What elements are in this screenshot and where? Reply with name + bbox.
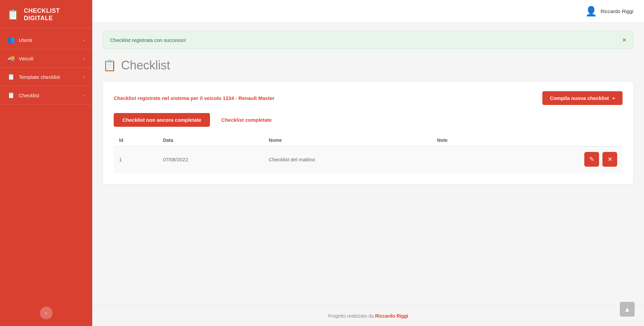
table-row: 1 07/08/2022 Checklist del mattino ✎	[114, 147, 623, 172]
new-checklist-button[interactable]: Compila nuova checklist +	[542, 91, 623, 105]
chevron-right-icon: ›	[84, 38, 85, 43]
row-id: 1	[114, 147, 158, 172]
card-subtitle: Checklist registrate nel sistema per il …	[114, 95, 274, 101]
chevron-right-icon-2: ›	[84, 56, 85, 61]
page-title: Checklist	[121, 58, 170, 72]
scroll-top-button[interactable]: ▲	[620, 302, 635, 317]
sidebar-collapse-button[interactable]: ‹	[40, 307, 53, 319]
sidebar-item-veicoli[interactable]: 🚚 Veicoli ›	[0, 49, 92, 68]
col-note: Note	[432, 134, 494, 147]
chevron-right-icon-3: ›	[84, 74, 85, 79]
tab-incomplete[interactable]: Checklist non ancora completate	[114, 113, 210, 127]
sidebar-item-checklist-label: Checklist	[19, 93, 39, 98]
edit-icon: ✎	[589, 156, 594, 163]
table-body: 1 07/08/2022 Checklist del mattino ✎	[114, 147, 623, 172]
sidebar-item-template-label: Template checklist	[19, 74, 60, 80]
template-icon: 📋	[7, 73, 15, 80]
sidebar-item-utenti[interactable]: 👥 Utenti ›	[0, 31, 92, 49]
sidebar-nav: 👥 Utenti › 🚚 Veicoli › 📋 Template checkl…	[0, 28, 92, 300]
users-icon: 👥	[7, 36, 15, 44]
user-name: Riccardo Riggi	[600, 8, 633, 14]
chevron-right-icon-4: ›	[84, 93, 85, 98]
page-body: Checklist registrata con successo! × 📋 C…	[92, 23, 644, 306]
sidebar-item-checklist[interactable]: 📋 Checklist ›	[0, 86, 92, 105]
tabs-row: Checklist non ancora completate Checklis…	[114, 113, 623, 127]
new-checklist-label: Compila nuova checklist	[550, 95, 609, 101]
page-footer: Progetto realizzato da Riccardo Riggi	[92, 306, 644, 326]
checklist-icon: 📋	[7, 92, 15, 99]
logo-icon: 📋	[7, 9, 19, 20]
row-nome: Checklist del mattino	[263, 147, 432, 172]
sidebar: 📋 CHECKLIST DIGITALE 👥 Utenti › 🚚 Veicol…	[0, 0, 92, 326]
sidebar-brand: CHECKLIST DIGITALE	[24, 7, 60, 22]
col-id: Id	[114, 134, 158, 147]
success-alert: Checklist registrata con successo! ×	[103, 31, 633, 49]
truck-icon: 🚚	[7, 55, 15, 62]
page-title-row: 📋 Checklist	[103, 58, 633, 72]
edit-button[interactable]: ✎	[584, 152, 599, 167]
sidebar-header: 📋 CHECKLIST DIGITALE	[0, 0, 92, 28]
sidebar-item-template-checklist[interactable]: 📋 Template checklist ›	[0, 68, 92, 86]
tab-complete[interactable]: Checklist completate	[213, 113, 280, 127]
close-icon: ✕	[607, 156, 612, 163]
checklist-table: Id Data Nome Note 1 07/08/2022 Checklist…	[114, 134, 623, 172]
row-actions: ✎ ✕	[494, 147, 623, 172]
alert-close-button[interactable]: ×	[622, 37, 626, 43]
table-header: Id Data Nome Note	[114, 134, 623, 147]
footer-prefix: Progetto realizzato da	[328, 313, 375, 319]
main-card: Checklist registrate nel sistema per il …	[103, 82, 633, 184]
card-header: Checklist registrate nel sistema per il …	[114, 91, 623, 105]
page-title-icon: 📋	[103, 59, 116, 72]
plus-icon: +	[612, 95, 615, 101]
main-content: 👤 Riccardo Riggi Checklist registrata co…	[92, 0, 644, 326]
row-note	[432, 147, 494, 172]
col-nome: Nome	[263, 134, 432, 147]
col-data: Data	[158, 134, 263, 147]
alert-message: Checklist registrata con successo!	[110, 37, 186, 43]
user-info[interactable]: 👤 Riccardo Riggi	[585, 6, 633, 17]
delete-button[interactable]: ✕	[602, 152, 617, 167]
row-data: 07/08/2022	[158, 147, 263, 172]
top-header: 👤 Riccardo Riggi	[92, 0, 644, 23]
sidebar-item-veicoli-label: Veicoli	[19, 56, 33, 61]
user-avatar-icon: 👤	[585, 6, 597, 17]
sidebar-item-utenti-label: Utenti	[19, 37, 32, 43]
footer-author-link[interactable]: Riccardo Riggi	[375, 313, 408, 319]
